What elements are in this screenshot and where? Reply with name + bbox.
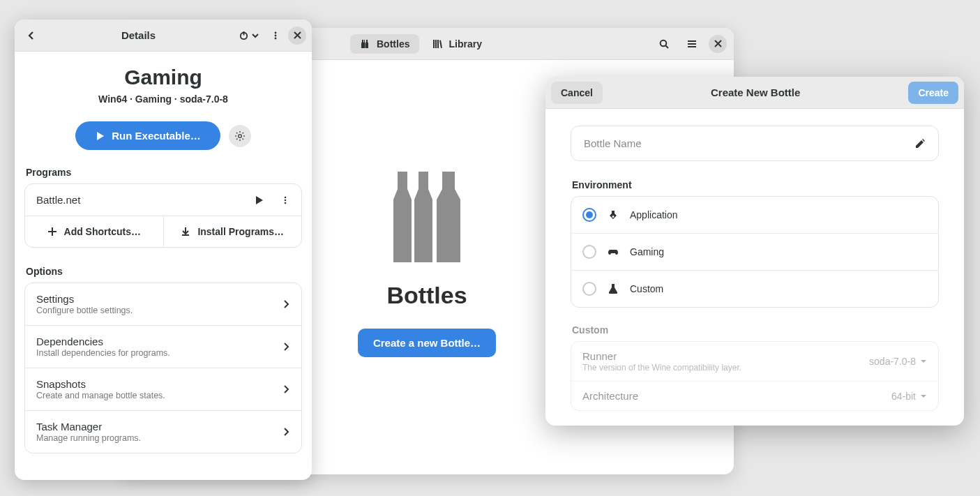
run-settings-button[interactable] <box>229 125 251 147</box>
chevron-left-icon <box>27 31 36 40</box>
tab-library-label: Library <box>448 38 481 50</box>
download-icon <box>181 227 190 236</box>
option-sub: Configure bottle settings. <box>36 306 273 315</box>
option-snapshots[interactable]: Snapshots Create and manage bottle state… <box>25 368 301 411</box>
create-header: Cancel Create New Bottle Create <box>545 77 964 109</box>
svg-point-4 <box>275 31 277 33</box>
options-card: Settings Configure bottle settings. Depe… <box>24 283 302 453</box>
chevron-right-icon <box>282 300 290 308</box>
view-switcher: Bottles Library <box>350 34 492 54</box>
svg-point-8 <box>285 196 287 198</box>
env-custom[interactable]: Custom <box>571 271 938 307</box>
install-programs-label: Install Programs… <box>197 226 284 237</box>
chevron-right-icon <box>282 343 290 351</box>
option-title: Task Manager <box>36 421 273 433</box>
install-programs-button[interactable]: Install Programs… <box>164 216 302 247</box>
program-name: Battle.net <box>36 194 246 206</box>
option-title: Snapshots <box>36 378 273 390</box>
program-row[interactable]: Battle.net <box>25 184 301 216</box>
chevron-right-icon <box>282 385 290 393</box>
main-close-button[interactable] <box>709 35 727 53</box>
bottle-name-input[interactable]: Bottle Name <box>571 126 939 161</box>
radio-button[interactable] <box>582 245 596 259</box>
radio-button[interactable] <box>582 208 596 222</box>
option-sub: Create and manage bottle states. <box>36 391 273 400</box>
tab-bottles[interactable]: Bottles <box>350 34 419 54</box>
flask-icon <box>608 283 619 294</box>
back-button[interactable] <box>20 24 43 47</box>
play-icon[interactable] <box>254 195 264 205</box>
cancel-button[interactable]: Cancel <box>551 82 603 104</box>
svg-point-6 <box>275 37 277 39</box>
details-title: Details <box>43 29 234 41</box>
svg-point-5 <box>275 34 277 36</box>
svg-point-9 <box>285 199 287 201</box>
app-title: Bottles <box>386 282 467 309</box>
bottle-name-placeholder: Bottle Name <box>584 137 907 149</box>
env-application[interactable]: Application <box>571 197 938 234</box>
search-icon <box>658 38 670 50</box>
custom-section: Custom Runner The version of the Wine co… <box>571 324 939 411</box>
custom-list: Runner The version of the Wine compatibi… <box>571 341 939 411</box>
power-menu-button[interactable] <box>234 24 263 47</box>
env-name: Gaming <box>630 246 664 257</box>
create-new-bottle-button[interactable]: Create a new Bottle… <box>358 329 496 357</box>
bottles-icon <box>360 38 371 50</box>
gamepad-icon <box>608 246 619 257</box>
programs-card: Battle.net Add Shortcuts… <box>24 183 302 248</box>
environment-label: Environment <box>572 179 939 190</box>
close-icon <box>294 31 301 39</box>
option-dependencies[interactable]: Dependencies Install dependencies for pr… <box>25 326 301 368</box>
env-gaming[interactable]: Gaming <box>571 234 938 271</box>
application-icon <box>608 209 619 220</box>
kebab-menu-button[interactable] <box>264 24 287 47</box>
library-icon <box>432 38 443 50</box>
run-executable-button[interactable]: Run Executable… <box>75 121 220 150</box>
kebab-icon <box>271 31 280 40</box>
custom-runner-row[interactable]: Runner The version of the Wine compatibi… <box>571 342 938 382</box>
gear-icon <box>234 130 246 142</box>
details-close-button[interactable] <box>288 27 306 45</box>
environment-list: Application Gaming Custom <box>571 196 939 308</box>
tab-bottles-label: Bottles <box>377 38 409 50</box>
add-shortcuts-button[interactable]: Add Shortcuts… <box>25 216 164 247</box>
svg-point-7 <box>238 134 241 137</box>
radio-button[interactable] <box>582 282 596 296</box>
hamburger-icon <box>686 38 698 50</box>
run-executable-label: Run Executable… <box>112 130 201 142</box>
svg-point-10 <box>285 202 287 204</box>
details-body: Gaming Win64 · Gaming · soda-7.0-8 Run E… <box>15 52 312 480</box>
custom-row-value: soda-7.0-8 <box>869 356 927 367</box>
details-panel: Details Gaming Wi <box>15 20 312 480</box>
custom-row-value: 64-bit <box>891 391 927 402</box>
details-header: Details <box>15 20 312 52</box>
option-task-manager[interactable]: Task Manager Manage running programs. <box>25 411 301 453</box>
programs-section-label: Programs <box>26 167 302 178</box>
tab-library[interactable]: Library <box>422 34 491 54</box>
play-icon <box>95 131 105 141</box>
options-section-label: Options <box>26 266 302 277</box>
option-title: Settings <box>36 293 273 305</box>
create-bottle-dialog: Cancel Create New Bottle Create Bottle N… <box>545 77 964 426</box>
custom-row-title: Architecture <box>582 390 891 402</box>
search-button[interactable] <box>653 33 675 55</box>
dropdown-icon <box>920 358 927 365</box>
power-icon <box>239 30 249 40</box>
add-shortcuts-label: Add Shortcuts… <box>64 226 141 237</box>
create-body: Bottle Name Environment Application Gami… <box>545 109 964 426</box>
option-sub: Install dependencies for programs. <box>36 348 273 358</box>
bottle-name: Gaming <box>24 66 302 89</box>
option-sub: Manage running programs. <box>36 433 273 443</box>
custom-arch-row[interactable]: Architecture 64-bit <box>571 382 938 410</box>
edit-icon <box>914 138 926 149</box>
option-settings[interactable]: Settings Configure bottle settings. <box>25 283 301 326</box>
kebab-icon[interactable] <box>280 195 290 205</box>
create-button[interactable]: Create <box>908 82 958 104</box>
bottles-illustration <box>385 172 469 262</box>
chevron-down-icon <box>252 32 259 39</box>
env-name: Application <box>630 209 678 220</box>
plus-icon <box>47 227 57 236</box>
bottle-subtitle: Win64 · Gaming · soda-7.0-8 <box>24 93 302 105</box>
menu-button[interactable] <box>681 33 703 55</box>
chevron-right-icon <box>282 428 290 436</box>
